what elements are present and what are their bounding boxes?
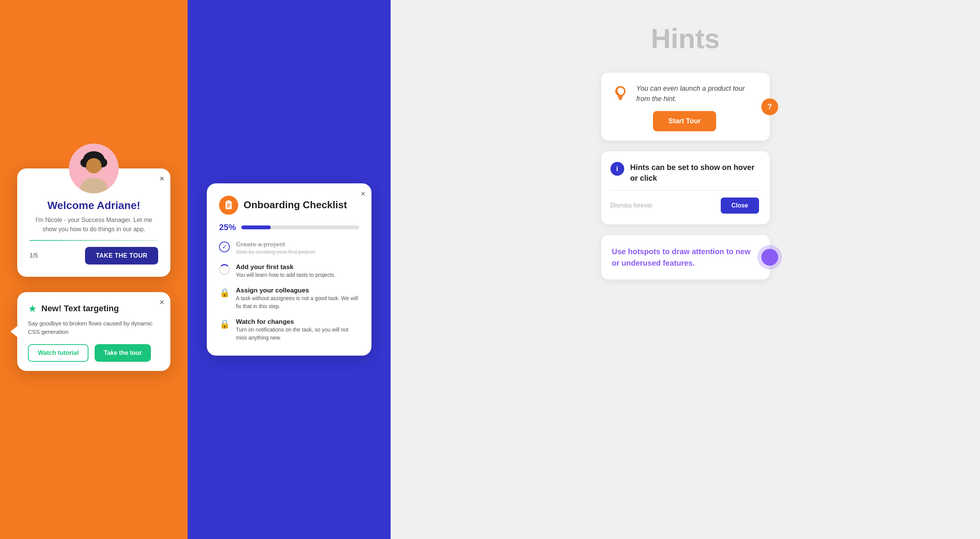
start-tour-button[interactable]: Start Tour	[653, 111, 716, 131]
svg-rect-9	[227, 205, 230, 206]
checklist-item: 🔒 Watch for changes Turn on notification…	[219, 318, 359, 342]
hint1-content: You can even launch a product tour from …	[610, 83, 759, 104]
hotspot-badge	[761, 249, 778, 266]
avatar	[69, 144, 119, 193]
loading-icon	[219, 264, 230, 275]
checklist-item: Add your first task You will learn how t…	[219, 263, 359, 279]
news-title: New! Text targeting	[41, 304, 119, 314]
item-title: Assign your colleagues	[236, 287, 359, 294]
item-text: Add your first task You will learn how t…	[236, 263, 335, 279]
hint-card-3: Use hotspots to draw attention to new or…	[601, 235, 770, 279]
svg-rect-12	[619, 98, 622, 100]
welcome-card: × Welcome Adriane! I'm Nicole - your Suc…	[17, 168, 170, 277]
news-card: × ★ New! Text targeting Say goodbye to b…	[17, 292, 170, 371]
item-desc: A task without assignees is not a good t…	[236, 294, 359, 310]
welcome-divider	[29, 240, 158, 241]
dismiss-forever-button[interactable]: Dismiss forever	[610, 202, 653, 209]
item-text: Assign your colleagues A task without as…	[236, 287, 359, 310]
item-title: Add your first task	[236, 263, 335, 271]
take-tour-green-button[interactable]: Take the tour	[95, 344, 151, 362]
info-badge: i	[610, 162, 624, 176]
hint2-close-button[interactable]: Close	[721, 198, 759, 214]
panel-orange: × Welcome Adriane! I'm Nicole - your Suc…	[0, 0, 188, 539]
welcome-close-button[interactable]: ×	[159, 175, 164, 183]
progress-bar-fill	[241, 225, 271, 229]
hint3-text: Use hotspots to draw attention to new or…	[612, 246, 759, 269]
lock-icon: 🔒	[219, 319, 230, 330]
svg-rect-10	[227, 206, 229, 207]
lock-icon: 🔒	[219, 287, 230, 298]
hint2-footer: Dismiss forever Close	[610, 198, 759, 214]
hint-badge: ?	[761, 98, 778, 115]
item-text-done: Create a project Start by creating your …	[236, 241, 316, 256]
progress-row: 25%	[219, 222, 359, 232]
news-header: ★ New! Text targeting	[28, 303, 160, 315]
hint1-text: You can even launch a product tour from …	[636, 83, 759, 104]
step-label: 1/5	[29, 252, 38, 259]
item-desc-done: Start by creating your first project.	[236, 248, 316, 256]
checklist-title: Onboarding Checklist	[244, 199, 347, 211]
welcome-title: Welcome Adriane!	[47, 199, 141, 212]
watch-tutorial-button[interactable]: Watch tutorial	[28, 344, 88, 362]
news-card-arrow	[10, 326, 17, 337]
item-text: Watch for changes Turn on notifications …	[236, 318, 359, 342]
svg-point-5	[80, 178, 107, 193]
svg-rect-8	[227, 204, 230, 204]
checklist-items: ✓ Create a project Start by creating you…	[219, 241, 359, 342]
news-close-button[interactable]: ×	[159, 297, 164, 307]
svg-rect-7	[227, 200, 230, 202]
take-tour-button[interactable]: TAKE THE TOUR	[85, 247, 158, 265]
panel-gray: Hints You can even launch a product tour…	[391, 0, 980, 539]
svg-rect-11	[618, 97, 623, 99]
progress-pct: 25%	[219, 222, 236, 232]
checklist-close-button[interactable]: ×	[361, 189, 365, 198]
star-icon: ★	[28, 303, 37, 315]
checklist-item: ✓ Create a project Start by creating you…	[219, 241, 359, 256]
item-desc: You will learn how to add tasts to proje…	[236, 271, 335, 279]
hint2-divider	[610, 190, 759, 191]
checklist-item: 🔒 Assign your colleagues A task without …	[219, 287, 359, 310]
checklist-card: × Onboarding Checklist 25%	[207, 183, 371, 356]
checklist-header: Onboarding Checklist	[219, 196, 359, 215]
panel-blue: × Onboarding Checklist 25%	[188, 0, 391, 539]
item-desc: Turn on notifications on the task, so yo…	[236, 326, 359, 342]
lightbulb-icon	[610, 83, 630, 103]
svg-point-4	[86, 158, 101, 173]
hint-card-1: You can even launch a product tour from …	[601, 73, 770, 140]
welcome-subtitle: I'm Nicole - your Success Manager. Let m…	[29, 216, 158, 234]
checklist-icon	[219, 196, 238, 215]
item-title: Watch for changes	[236, 318, 359, 326]
item-title-done: Create a project	[236, 241, 316, 248]
hint2-header: i Hints can be set to show on hover or c…	[610, 162, 759, 183]
hint2-text: Hints can be set to show on hover or cli…	[630, 162, 759, 183]
welcome-footer: 1/5 TAKE THE TOUR	[29, 247, 158, 265]
news-body: Say goodbye to broken flows caused by dy…	[28, 319, 160, 336]
progress-bar-bg	[241, 225, 359, 229]
checkmark-done-icon: ✓	[219, 242, 230, 252]
hint-card-2: i Hints can be set to show on hover or c…	[601, 151, 770, 224]
hints-title: Hints	[651, 23, 720, 54]
news-actions: Watch tutorial Take the tour	[28, 344, 160, 362]
